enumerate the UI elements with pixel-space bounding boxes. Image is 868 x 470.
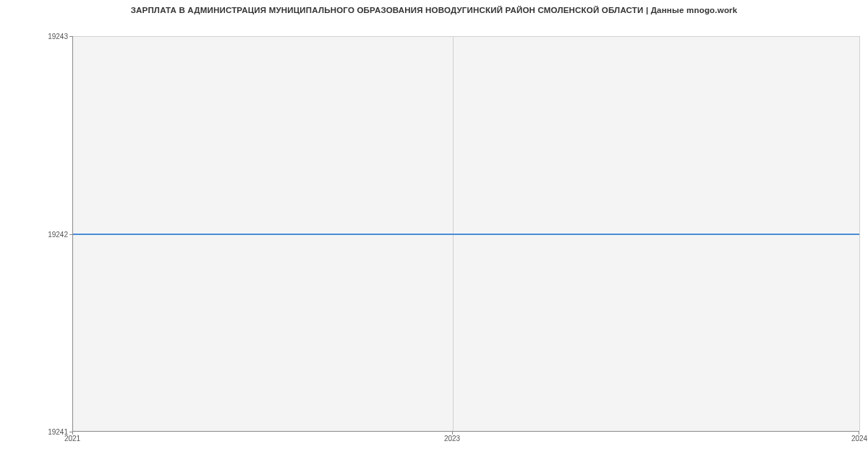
plot-area bbox=[72, 36, 859, 432]
tick-mark bbox=[69, 36, 72, 37]
tick-mark bbox=[452, 432, 453, 435]
tick-mark bbox=[859, 432, 859, 435]
tick-mark bbox=[72, 432, 73, 435]
x-tick-label: 2023 bbox=[444, 435, 460, 443]
y-tick-label: 19242 bbox=[48, 230, 68, 238]
x-tick-label: 2024 bbox=[851, 435, 867, 443]
chart-title: ЗАРПЛАТА В АДМИНИСТРАЦИЯ МУНИЦИПАЛЬНОГО … bbox=[0, 6, 868, 14]
x-tick-label: 2021 bbox=[64, 435, 80, 443]
y-tick-label: 19243 bbox=[48, 33, 68, 40]
gridline-vertical bbox=[859, 36, 860, 431]
gridline-horizontal bbox=[73, 36, 859, 37]
tick-mark bbox=[69, 234, 72, 235]
data-line bbox=[73, 234, 859, 235]
